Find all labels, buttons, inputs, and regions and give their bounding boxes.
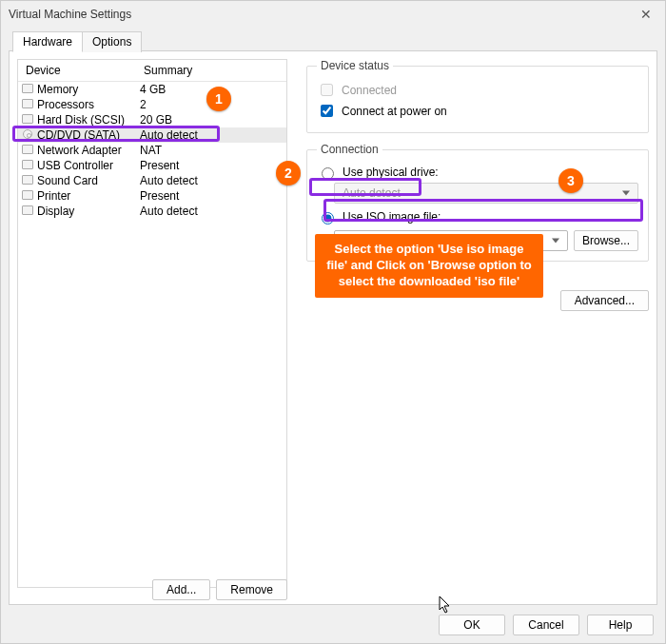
advanced-button[interactable]: Advanced... [560,290,649,311]
col-summary[interactable]: Summary [136,60,286,81]
cd-icon [18,129,37,141]
device-name: USB Controller [37,159,136,172]
device-row-display[interactable]: DisplayAuto detect [18,204,286,219]
connection-legend: Connection [317,143,382,156]
device-row-hard-disk-scsi-[interactable]: Hard Disk (SCSI)20 GB [18,112,286,127]
device-summary: Present [136,159,286,172]
cpu-icon [18,99,37,110]
col-device[interactable]: Device [18,60,136,81]
device-row-processors[interactable]: Processors2 [18,97,286,112]
net-icon [18,145,37,156]
callout-3: 3 [558,168,583,193]
device-name: Display [37,205,136,218]
tab-options[interactable]: Options [82,31,142,52]
cancel-button[interactable]: Cancel [513,615,579,635]
tabs: Hardware Options [12,31,141,52]
device-name: Sound Card [37,174,136,187]
device-table-header: Device Summary [18,60,286,82]
usb-icon [18,160,37,171]
use-iso-label: Use ISO image file: [343,210,441,224]
device-row-cd-dvd-sata-[interactable]: CD/DVD (SATA)Auto detect [18,127,286,143]
add-button[interactable]: Add... [152,579,210,600]
physical-drive-combo[interactable]: Auto detect [334,183,638,204]
printer-icon [18,190,37,202]
help-button[interactable]: Help [587,615,654,635]
device-summary: Present [136,189,286,203]
hdd-icon [18,114,37,126]
device-status-group: Device status Connected Connect at power… [306,59,649,133]
device-name: Hard Disk (SCSI) [37,113,136,127]
connect-power-on-row[interactable]: Connect at power on [317,102,638,120]
remove-button[interactable]: Remove [216,579,287,600]
device-summary: NAT [136,144,286,157]
dialog-footer: OK Cancel Help [439,615,654,635]
callout-1: 1 [206,87,231,111]
close-icon[interactable]: ✕ [635,1,657,28]
device-row-network-adapter[interactable]: Network AdapterNAT [18,143,286,158]
connect-power-on-checkbox[interactable] [321,105,333,117]
device-name: Processors [37,98,136,111]
use-iso-row[interactable]: Use ISO image file: [317,209,638,224]
use-physical-drive-radio[interactable] [322,167,334,180]
titlebar: Virtual Machine Settings ✕ [1,1,665,28]
device-name: Network Adapter [37,144,136,157]
device-row-usb-controller[interactable]: USB ControllerPresent [18,158,286,173]
connect-power-on-label: Connect at power on [342,105,447,118]
vm-settings-window: Virtual Machine Settings ✕ Hardware Opti… [0,0,666,644]
device-name: Memory [37,83,136,96]
callout-2: 2 [276,161,301,185]
use-iso-radio[interactable] [322,212,334,224]
device-table: Device Summary Memory4 GBProcessors2Hard… [17,59,287,588]
sound-icon [18,175,37,186]
use-physical-drive-row[interactable]: Use physical drive: [317,165,638,180]
device-summary: Auto detect [136,174,286,187]
hardware-panel: Device Summary Memory4 GBProcessors2Hard… [9,50,657,605]
display-icon [18,205,37,217]
connected-checkbox [321,84,333,96]
device-row-sound-card[interactable]: Sound CardAuto detect [18,173,286,188]
device-summary: 20 GB [136,113,286,127]
device-summary: Auto detect [136,128,286,142]
device-row-memory[interactable]: Memory4 GB [18,82,286,97]
connected-label: Connected [342,84,397,97]
device-detail-pane: Device status Connected Connect at power… [295,51,656,604]
device-name: CD/DVD (SATA) [37,128,136,142]
device-name: Printer [37,189,136,203]
connected-checkbox-row: Connected [317,81,638,99]
device-list-pane: Device Summary Memory4 GBProcessors2Hard… [10,51,295,604]
memory-icon [18,84,37,95]
cursor-icon [439,595,452,615]
ok-button[interactable]: OK [439,615,505,635]
device-status-legend: Device status [317,59,393,72]
browse-button[interactable]: Browse... [574,230,638,251]
annotation-tooltip: Select the option 'Use iso image file' a… [315,234,543,298]
tab-hardware[interactable]: Hardware [12,31,83,52]
device-summary: Auto detect [136,205,286,218]
device-row-printer[interactable]: PrinterPresent [18,188,286,204]
window-title: Virtual Machine Settings [9,1,131,28]
use-physical-drive-label: Use physical drive: [343,166,439,179]
